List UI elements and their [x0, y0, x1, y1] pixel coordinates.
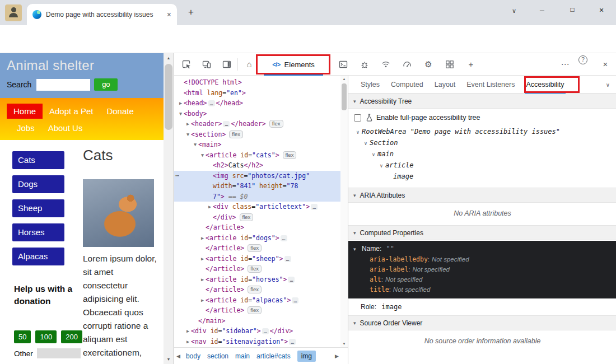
nav-link-jobs[interactable]: Jobs: [17, 123, 35, 133]
donate-200-button[interactable]: 200: [61, 330, 82, 343]
dom-tree-line[interactable]: ▶<article id="alpacas">…: [174, 295, 348, 306]
crumb-article#cats[interactable]: article#cats: [256, 352, 291, 360]
sidebar-tabs-chevron-icon[interactable]: ∨: [606, 82, 610, 88]
dom-tree-line[interactable]: <h2>Cats</h2>: [174, 160, 348, 171]
dom-tree-line[interactable]: ▼<section>flex: [174, 129, 348, 140]
ax-node-section[interactable]: ∨Section: [348, 137, 616, 148]
section-accessibility-tree[interactable]: ▾ Accessibility Tree: [348, 94, 616, 109]
category-button-sheep[interactable]: Sheep: [12, 199, 64, 217]
issues-panel-icon[interactable]: [358, 58, 371, 71]
dom-tree-line[interactable]: </article>: [174, 222, 348, 233]
tab-elements[interactable]: </> Elements: [258, 53, 329, 76]
tree-scroll-down-icon[interactable]: ▼: [340, 340, 348, 347]
browser-tab[interactable]: Demo page with accessibility issues ×: [27, 4, 177, 25]
tree-scroll-thumb[interactable]: [342, 83, 347, 110]
dom-tree-scrollbar[interactable]: ▲ ▼: [340, 76, 348, 347]
category-button-cats[interactable]: Cats: [12, 151, 64, 169]
dom-tree-line[interactable]: ⋯<img src="photos/cat.jpg": [174, 171, 348, 181]
category-button-dogs[interactable]: Dogs: [12, 175, 64, 193]
sidebar-tab-event-listeners[interactable]: Event Listeners: [461, 76, 520, 94]
dom-tree-line[interactable]: ▶<nav id="sitenavigation">…: [174, 337, 348, 347]
dom-tree-line[interactable]: ▼<main>: [174, 139, 348, 150]
nav-link-donate[interactable]: Donate: [106, 106, 133, 116]
devtools-close-icon[interactable]: ×: [599, 58, 612, 71]
nav-link-about-us[interactable]: About Us: [48, 123, 83, 133]
computed-name-block[interactable]: ▾ Name: "" aria-labelledby:Not specified…: [348, 241, 616, 298]
tree-scroll-up-icon[interactable]: ▲: [340, 76, 348, 82]
scroll-up-icon[interactable]: ▲: [164, 53, 174, 63]
dom-tree-line[interactable]: ▶<div class="articletext">…: [174, 202, 348, 212]
section-computed-properties[interactable]: ▾ Computed Properties: [348, 225, 616, 240]
category-button-alpacas[interactable]: Alpacas: [12, 248, 64, 265]
dom-tree-line[interactable]: ▼<article id="cats">flex: [174, 150, 348, 161]
sidebar-tab-styles[interactable]: Styles: [355, 76, 385, 94]
page-search-input[interactable]: [36, 79, 90, 91]
donate-50-button[interactable]: 50: [14, 330, 31, 343]
ax-node-image[interactable]: image: [348, 171, 616, 182]
console-panel-icon[interactable]: [337, 58, 350, 71]
tab-close-icon[interactable]: ×: [167, 11, 171, 18]
search-go-button[interactable]: go: [94, 78, 118, 91]
dom-tree-line[interactable]: ▶<article id="sheep">…: [174, 254, 348, 264]
dock-side-icon[interactable]: [220, 58, 234, 71]
dom-tree-line[interactable]: </main>: [174, 316, 348, 326]
devtools-more-icon[interactable]: ⋯: [558, 58, 572, 71]
tab-actions-chevron-icon[interactable]: ∨: [505, 7, 523, 15]
minimize-button[interactable]: –: [533, 6, 551, 15]
donate-100-button[interactable]: 100: [35, 330, 57, 343]
computed-name-row[interactable]: ▾ Name: "": [348, 244, 616, 254]
dom-tree-line[interactable]: <html lang="en">: [174, 88, 348, 99]
category-button-horses[interactable]: Horses: [12, 223, 64, 241]
crumbs-scroll-left-icon[interactable]: ◀: [176, 353, 180, 359]
performance-panel-icon[interactable]: [400, 58, 414, 71]
scroll-down-icon[interactable]: ▼: [164, 354, 174, 364]
dom-tree-line[interactable]: </article>flex: [174, 243, 348, 254]
sidebar-tab-computed[interactable]: Computed: [385, 76, 429, 94]
maximize-button[interactable]: □: [563, 6, 581, 13]
dom-tree-line[interactable]: ▶<article id="horses">…: [174, 274, 348, 285]
node-menu-dots-icon[interactable]: ⋯: [175, 171, 179, 181]
section-aria-attributes[interactable]: ▾ ARIA Attributes: [348, 188, 616, 203]
dom-tree-line[interactable]: ▶<head>…</head>: [174, 98, 348, 109]
crumbs-scroll-right-icon[interactable]: ▶: [335, 353, 339, 359]
sidebar-tab-layout[interactable]: Layout: [429, 76, 461, 94]
crumb-section[interactable]: section: [207, 352, 228, 360]
ax-node-article[interactable]: ∨article: [348, 160, 616, 171]
crumb-body[interactable]: body: [186, 352, 200, 360]
section-source-order-viewer[interactable]: ▾ Source Order Viewer: [348, 315, 616, 330]
dom-tree-line[interactable]: </article>flex: [174, 305, 348, 316]
network-panel-icon[interactable]: [379, 58, 393, 71]
device-emulation-icon[interactable]: [200, 58, 213, 71]
add-panel-icon[interactable]: +: [464, 58, 478, 71]
crumb-img[interactable]: img: [297, 351, 316, 362]
inspect-element-icon[interactable]: [180, 58, 193, 71]
ax-node-main[interactable]: ∨main: [348, 148, 616, 160]
profile-button[interactable]: [5, 4, 22, 21]
dom-tree[interactable]: <!DOCTYPE html><html lang="en">▶<head>…<…: [174, 76, 348, 347]
dom-tree-line[interactable]: width="841" height="78: [174, 181, 348, 192]
page-scrollbar[interactable]: ▲ ▼: [164, 53, 174, 364]
dom-tree-line[interactable]: ▼<body>: [174, 109, 348, 119]
enable-full-tree-checkbox[interactable]: [354, 114, 361, 122]
dom-tree-line[interactable]: ▶<header>…</header>flex: [174, 119, 348, 129]
dom-tree-line[interactable]: </article>flex: [174, 284, 348, 295]
settings-gear-icon[interactable]: ⚙: [422, 58, 435, 71]
scroll-thumb[interactable]: [165, 64, 172, 130]
welcome-home-icon[interactable]: ⌂: [242, 58, 256, 71]
sidebar-tab-accessibility[interactable]: Accessibility: [520, 76, 570, 94]
nav-link-adopt-a-pet[interactable]: Adopt a Pet: [49, 106, 93, 116]
dom-tree-line[interactable]: ▶<div id="sidebar">…</div>: [174, 326, 348, 337]
application-panel-icon[interactable]: [443, 58, 456, 71]
ax-node-rootwebarea[interactable]: ∨RootWebArea "Demo page with accessibili…: [348, 126, 616, 137]
dom-tree-line[interactable]: 7"> == $0: [174, 192, 348, 202]
other-amount-input[interactable]: [37, 348, 81, 358]
close-window-button[interactable]: ×: [592, 6, 610, 15]
dom-tree-line[interactable]: ▶<article id="dogs">…: [174, 233, 348, 244]
devtools-help-icon[interactable]: ?: [578, 55, 587, 64]
crumb-main[interactable]: main: [235, 352, 250, 360]
dom-tree-line[interactable]: <!DOCTYPE html>: [174, 77, 348, 88]
nav-link-home[interactable]: Home: [7, 104, 43, 119]
dom-tree-line[interactable]: </div>flex: [174, 212, 348, 223]
dom-tree-line[interactable]: </article>flex: [174, 264, 348, 274]
new-tab-button[interactable]: +: [185, 7, 197, 18]
